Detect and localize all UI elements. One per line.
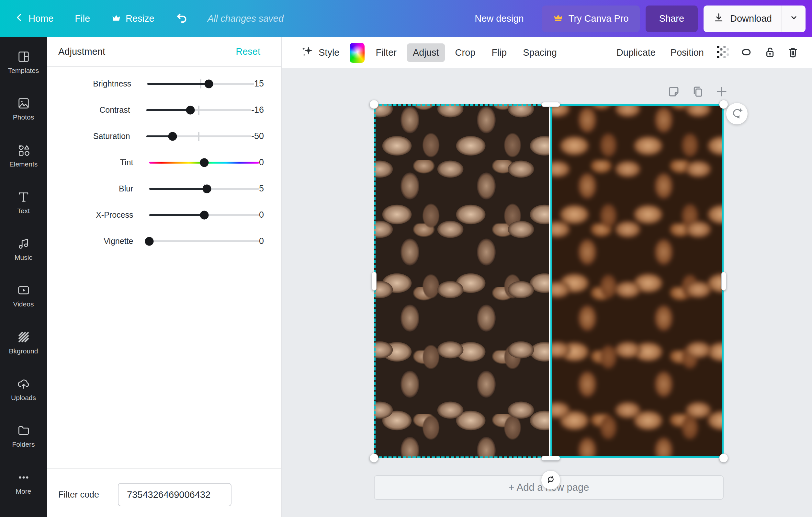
sidebar-label: Folders xyxy=(12,440,35,448)
slider-row-xprocess: X-Process 0 xyxy=(47,202,281,228)
adjustment-panel: Adjustment Reset Brightness 15 Contrast … xyxy=(47,37,282,517)
filter-code-row: Filter code xyxy=(58,483,231,506)
coffee-beans-image-blurred xyxy=(551,104,724,458)
slider-value: 15 xyxy=(254,79,264,89)
resize-handle-top-left[interactable] xyxy=(370,100,378,109)
slider-row-vignette: Vignette 0 xyxy=(47,228,281,254)
file-button[interactable]: File xyxy=(75,13,90,24)
lock-button[interactable] xyxy=(759,43,780,63)
sidebar-item-background[interactable]: Bkground xyxy=(0,330,47,377)
download-button[interactable]: Download xyxy=(703,5,806,32)
context-toolbar: Style Filter Adjust Crop Flip Spacing Du… xyxy=(282,37,812,68)
photo-left[interactable] xyxy=(374,104,549,458)
sidebar-item-elements[interactable]: Elements xyxy=(0,143,47,190)
sidebar-item-folders[interactable]: Folders xyxy=(0,424,47,470)
resize-handle-top-right[interactable] xyxy=(719,100,728,109)
sidebar-label: Bkground xyxy=(9,347,38,355)
sidebar-item-uploads[interactable]: Uploads xyxy=(0,377,47,424)
resize-button[interactable]: Resize xyxy=(111,12,154,25)
blur-slider[interactable] xyxy=(149,188,259,190)
sparkle-icon xyxy=(300,45,314,61)
transparency-button[interactable] xyxy=(713,43,733,63)
photos-icon xyxy=(17,96,31,110)
delete-button[interactable] xyxy=(783,43,803,63)
slider-thumb[interactable] xyxy=(204,79,213,88)
style-label: Style xyxy=(319,47,339,58)
unlock-icon xyxy=(763,45,776,61)
sidebar: Templates Photos Elements Text Music xyxy=(0,37,47,517)
filter-tab[interactable]: Filter xyxy=(370,44,402,62)
slider-label: Tint xyxy=(58,158,133,167)
try-pro-label: Try Canva Pro xyxy=(569,13,629,24)
try-canva-pro-button[interactable]: Try Canva Pro xyxy=(542,5,640,32)
resize-handle-bottom-center[interactable] xyxy=(541,456,560,461)
saturation-slider[interactable] xyxy=(146,135,251,137)
panel-header: Adjustment Reset xyxy=(47,37,281,67)
slider-fill xyxy=(149,214,204,216)
crop-tab[interactable]: Crop xyxy=(450,44,482,62)
coffee-beans-image-adjusted xyxy=(374,104,549,458)
download-label: Download xyxy=(730,13,772,24)
design-page xyxy=(374,104,724,458)
adjust-label: Adjust xyxy=(413,47,439,58)
slider-thumb[interactable] xyxy=(186,106,195,114)
top-bar-right: New design Try Canva Pro Share Download xyxy=(475,5,806,32)
duplicate-button[interactable]: Duplicate xyxy=(611,44,662,62)
link-icon xyxy=(739,45,753,61)
tint-slider[interactable] xyxy=(149,162,259,164)
slider-label: X-Process xyxy=(58,210,133,220)
reset-button[interactable]: Reset xyxy=(236,46,260,57)
color-picker-swatch[interactable] xyxy=(350,43,365,63)
undo-button[interactable] xyxy=(175,11,189,27)
sidebar-label: More xyxy=(16,488,31,495)
position-button[interactable]: Position xyxy=(665,44,710,62)
spacing-tab[interactable]: Spacing xyxy=(517,44,563,62)
slider-row-saturation: Saturation -50 xyxy=(47,123,281,149)
xprocess-slider[interactable] xyxy=(149,214,259,216)
adjust-tab[interactable]: Adjust xyxy=(407,44,445,62)
sidebar-item-photos[interactable]: Photos xyxy=(0,96,47,143)
sidebar-item-music[interactable]: Music xyxy=(0,237,47,283)
slider-label: Blur xyxy=(58,184,133,193)
photo-right[interactable] xyxy=(551,104,724,458)
vignette-slider[interactable] xyxy=(149,240,259,242)
download-main[interactable]: Download xyxy=(703,5,782,32)
transparency-checker-icon xyxy=(717,45,729,61)
add-page-icon-button[interactable] xyxy=(714,84,729,99)
slider-thumb[interactable] xyxy=(200,211,208,219)
home-label: Home xyxy=(28,13,53,24)
slider-thumb[interactable] xyxy=(168,132,177,141)
resize-handle-bottom-left[interactable] xyxy=(370,454,378,463)
duplicate-page-button[interactable] xyxy=(690,84,705,99)
slider-thumb[interactable] xyxy=(203,184,211,193)
share-button[interactable]: Share xyxy=(645,5,698,32)
slider-thumb[interactable] xyxy=(200,158,208,167)
contrast-slider[interactable] xyxy=(146,109,251,111)
brightness-slider[interactable] xyxy=(147,83,254,85)
resize-handle-bottom-right[interactable] xyxy=(719,454,728,463)
slider-value: -16 xyxy=(251,105,264,115)
flip-tab[interactable]: Flip xyxy=(486,44,513,62)
sidebar-item-more[interactable]: More xyxy=(0,470,47,517)
sidebar-label: Photos xyxy=(13,113,34,121)
style-button[interactable]: Style xyxy=(295,41,345,64)
crown-gold-icon xyxy=(553,12,563,25)
resize-handle-top-center[interactable] xyxy=(541,102,560,107)
notes-button[interactable] xyxy=(666,84,681,99)
filter-code-input[interactable] xyxy=(118,483,231,506)
sidebar-item-videos[interactable]: Videos xyxy=(0,283,47,330)
design-title[interactable]: New design xyxy=(475,13,524,24)
resize-handle-middle-left[interactable] xyxy=(372,272,377,291)
sidebar-item-text[interactable]: Text xyxy=(0,190,47,237)
resize-handle-middle-right[interactable] xyxy=(721,272,726,291)
videos-icon xyxy=(17,283,31,297)
home-button[interactable]: Home xyxy=(14,12,53,26)
slider-thumb[interactable] xyxy=(145,237,154,246)
download-options-button[interactable] xyxy=(782,5,806,32)
rotate-handle[interactable] xyxy=(541,471,560,489)
link-button[interactable] xyxy=(736,43,756,63)
panel-divider xyxy=(47,468,281,469)
sidebar-item-templates[interactable]: Templates xyxy=(0,50,47,96)
add-comment-button[interactable] xyxy=(726,103,748,125)
slider-label: Contrast xyxy=(58,105,130,115)
